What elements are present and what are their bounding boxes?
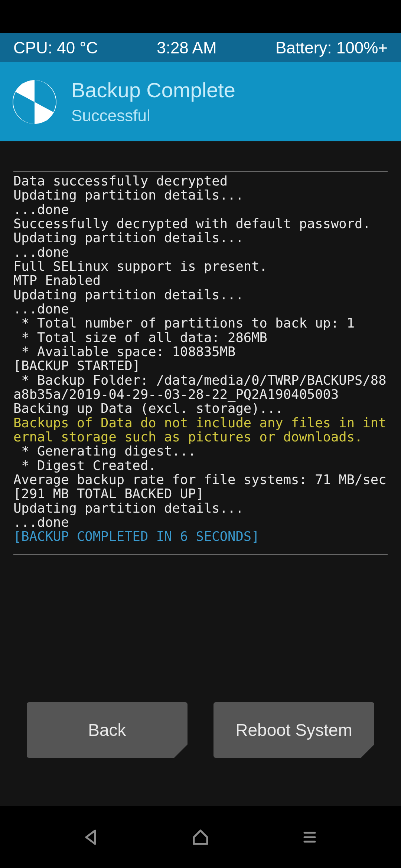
header: Backup Complete Successful	[0, 62, 401, 141]
log-line: MTP Enabled	[13, 273, 101, 288]
nav-back-icon[interactable]	[82, 828, 100, 846]
nav-home-icon[interactable]	[191, 828, 210, 847]
page-title: Backup Complete	[71, 79, 235, 102]
log-line: ...done	[13, 244, 69, 260]
log-line: [291 MB TOTAL BACKED UP]	[13, 486, 204, 501]
cpu-temp: CPU: 40 °C	[13, 39, 98, 57]
log-line: Successfully decrypted with default pass…	[13, 216, 371, 231]
log-line: Updating partition details...	[13, 187, 244, 203]
log-line: Full SELinux support is present.	[13, 259, 267, 274]
android-navbar	[0, 806, 401, 868]
console-log: Data successfully decrypted Updating par…	[13, 174, 388, 544]
log-line: * Total size of all data: 286MB	[13, 330, 267, 345]
clock: 3:28 AM	[98, 39, 276, 57]
log-line: ...done	[13, 202, 69, 217]
status-bar: CPU: 40 °C 3:28 AM Battery: 100%+	[0, 33, 401, 62]
battery-status: Battery: 100%+	[276, 39, 388, 57]
log-line: * Total number of partitions to back up:…	[13, 315, 355, 331]
twrp-logo-icon	[13, 80, 56, 124]
back-button[interactable]: Back	[27, 702, 188, 758]
log-line: * Generating digest...	[13, 443, 196, 458]
log-line: Updating partition details...	[13, 230, 244, 245]
log-line: Backing up Data (excl. storage)...	[13, 401, 283, 416]
reboot-system-button[interactable]: Reboot System	[213, 702, 374, 758]
button-bar: Back Reboot System	[0, 702, 401, 806]
nav-menu-icon[interactable]	[301, 828, 319, 846]
log-line: ...done	[13, 301, 69, 316]
log-line: ...done	[13, 514, 69, 530]
divider	[13, 171, 388, 172]
log-line: [BACKUP STARTED]	[13, 358, 140, 373]
log-line: Updating partition details...	[13, 500, 244, 516]
log-line: * Digest Created.	[13, 458, 156, 473]
log-line: * Backup Folder: /data/media/0/TWRP/BACK…	[13, 372, 387, 402]
log-line: [BACKUP COMPLETED IN 6 SECONDS]	[13, 529, 260, 544]
log-line: * Available space: 108835MB	[13, 344, 235, 359]
log-line: Backups of Data do not include any files…	[13, 415, 387, 444]
log-line: Average backup rate for file systems: 71…	[13, 472, 387, 487]
log-line: Data successfully decrypted	[13, 173, 228, 188]
page-subtitle: Successful	[71, 106, 235, 125]
log-line: Updating partition details...	[13, 287, 244, 302]
